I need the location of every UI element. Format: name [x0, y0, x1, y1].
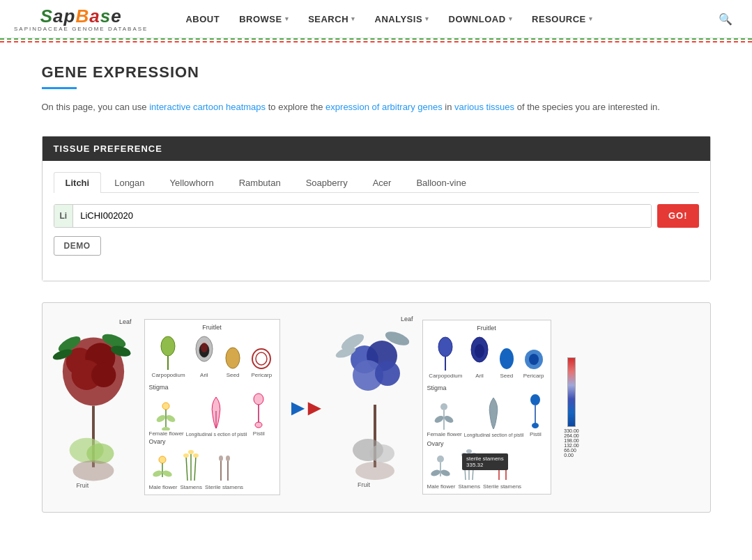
svg-point-68: [443, 414, 454, 424]
transform-arrow: ► ►: [286, 396, 328, 419]
flower-tissue-row-2: Male flower Stamens: [149, 449, 275, 490]
chevron-down-icon: ▾: [351, 15, 355, 22]
fruitlet-label-left: Fruitlet: [149, 324, 275, 331]
svg-point-43: [219, 456, 223, 461]
panel-body: Litchi Longan Yellowhorn Rambutan Soapbe…: [43, 161, 710, 281]
nav-about[interactable]: ABOUT: [176, 0, 229, 38]
tab-rambutan[interactable]: Rambutan: [227, 172, 293, 193]
svg-text:Fruit: Fruit: [358, 481, 370, 488]
female-flower-tissue: Female flower: [149, 399, 184, 437]
svg-point-29: [254, 394, 263, 405]
svg-point-39: [188, 450, 194, 454]
species-badge: Li: [54, 205, 74, 227]
seed-heatmap: Seed: [497, 345, 516, 379]
svg-point-14: [161, 336, 175, 356]
chevron-down-icon: ▾: [589, 15, 593, 22]
gene-input[interactable]: [73, 205, 651, 227]
demo-button[interactable]: DEMO: [54, 236, 101, 256]
nav-links: ABOUT BROWSE ▾ SEARCH ▾ ANALYSIS ▾ DOWNL…: [176, 0, 713, 38]
gene-input-wrapper: Li: [54, 204, 652, 228]
carpopodium-tissue: Carpopodium: [152, 334, 185, 378]
brand-logo[interactable]: SapBase SAPindaceae Genome dataBase: [14, 6, 148, 32]
heatmap-fruitlet-row: Carpopodium Aril Seed: [427, 334, 546, 379]
plant-svg-left: Fruit: [48, 317, 139, 498]
chevron-down-icon: ▾: [509, 15, 513, 22]
nav-search[interactable]: SEARCH ▾: [298, 0, 365, 38]
svg-point-73: [437, 456, 444, 462]
svg-point-70: [530, 394, 540, 405]
fruitlet-label-right: Fruitlet: [427, 325, 546, 332]
chevron-down-icon: ▾: [285, 15, 289, 22]
expression-link[interactable]: expression of arbitrary genes: [325, 102, 443, 112]
color-gradient-bar: [567, 357, 576, 427]
nav-analysis[interactable]: ANALYSIS ▾: [365, 0, 439, 38]
page-description: On this page, you can use interactive ca…: [42, 100, 711, 115]
svg-point-62: [500, 348, 514, 369]
svg-point-32: [159, 456, 166, 463]
svg-point-24: [155, 414, 167, 423]
carpopodium-heatmap: Carpopodium: [429, 334, 462, 379]
main-content: GENE EXPRESSION On this page, you can us…: [28, 42, 725, 534]
svg-point-67: [433, 414, 445, 424]
svg-point-34: [153, 469, 164, 478]
pistil-heatmap: Pistil: [525, 393, 545, 437]
leaf-label-left: Leaf: [119, 318, 132, 325]
svg-point-56: [355, 462, 394, 480]
search-icon[interactable]: 🔍: [713, 7, 738, 31]
fruitlet-tissue-row: Carpopodium Aril: [149, 334, 275, 378]
species-tabs: Litchi Longan Yellowhorn Rambutan Soapbe…: [54, 172, 699, 193]
tab-litchi[interactable]: Litchi: [54, 172, 102, 193]
ovary-label-left: Ovary: [149, 438, 275, 445]
stigma-label-left: Stigma: [149, 384, 275, 391]
svg-point-21: [256, 352, 267, 365]
stigma-label-right: Stigma: [427, 384, 546, 391]
nav-download[interactable]: DOWNLOAD ▾: [439, 0, 523, 38]
go-button[interactable]: GO!: [657, 204, 699, 228]
heatmap-flower-row-1: Female flower Longitudinal section of pi…: [427, 393, 546, 437]
svg-point-18: [201, 343, 208, 352]
nav-browse[interactable]: BROWSE ▾: [229, 0, 298, 38]
svg-point-4: [91, 363, 116, 387]
ovary-label-right: Ovary: [427, 440, 546, 447]
plant-illustration-left: Leaf: [48, 317, 139, 498]
svg-point-12: [72, 460, 114, 481]
female-flower-heatmap: Female flower: [427, 400, 462, 437]
sterile-stamens-heatmap: sterile stamens 335.32 Sterile stamens: [483, 449, 521, 490]
pericarp-heatmap: Pericarp: [523, 348, 544, 379]
tissue-grid-left: Fruitlet Carpopodium: [144, 319, 280, 495]
svg-line-40: [194, 456, 196, 481]
leaf-label-right: Leaf: [401, 316, 413, 322]
heatmap-link[interactable]: interactive cartoon heatmaps: [149, 102, 266, 112]
plant-illustration-right: Leaf: [333, 314, 417, 501]
svg-line-36: [186, 456, 187, 481]
aril-tissue: Aril: [194, 334, 215, 378]
stamens-tissue: Stamens: [180, 449, 202, 490]
tab-acer[interactable]: Acer: [361, 172, 404, 193]
pistil-section-tissue: Longitudinal s ection of pistil: [186, 394, 247, 437]
svg-point-19: [226, 348, 240, 368]
red-arrow-icon: ►: [304, 396, 326, 419]
tissues-link[interactable]: various tissues: [454, 102, 514, 112]
sterile-stamens-tissue-left: Sterile stamens: [205, 449, 243, 490]
brand-subtitle: SAPindaceae Genome dataBase: [14, 26, 148, 32]
tab-soapberry[interactable]: Soapberry: [294, 172, 360, 193]
pericarp-tissue: Pericarp: [251, 348, 272, 378]
nav-resource[interactable]: RESOURCE ▾: [522, 0, 602, 38]
tab-longan[interactable]: Longan: [102, 172, 156, 193]
tab-balloon-vine[interactable]: Balloon-vine: [404, 172, 478, 193]
male-flower-tissue: Male flower: [149, 453, 178, 490]
heatmap-flower-row-2: Male flower Stamens: [427, 449, 546, 490]
pistil-section-heatmap: Longitudinal section of pistil: [464, 394, 524, 437]
color-legend: 330.00 264.00 198.00 132.00 66.00 0.00: [560, 357, 584, 458]
tab-yellowhorn[interactable]: Yellowhorn: [158, 172, 226, 193]
male-flower-heatmap: Male flower: [427, 452, 456, 490]
page-title: GENE EXPRESSION: [42, 63, 711, 81]
panel-header: TISSUE PREFERENCE: [43, 137, 710, 161]
title-underline: [42, 87, 77, 89]
chevron-down-icon: ▾: [425, 15, 429, 22]
heatmap-tissue-grid: Fruitlet Carpopodium: [422, 320, 551, 495]
svg-point-22: [162, 403, 169, 410]
heatmap-container: Leaf: [42, 302, 711, 513]
heatmap-inner: Leaf: [43, 303, 710, 512]
gene-input-row: Li GO!: [54, 204, 699, 228]
